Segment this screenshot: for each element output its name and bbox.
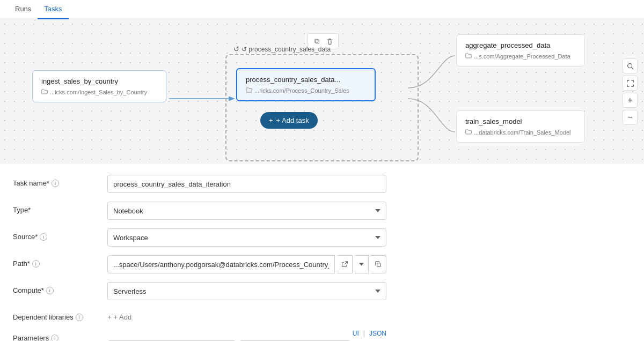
canvas: ⧉ ↺ ↺ process_country_sales_data process… <box>0 19 644 164</box>
parameters-row: Parameters i UI | JSON {} ✕ <box>13 330 631 341</box>
params-separator: | <box>363 330 365 337</box>
type-row: Type* Notebook <box>13 202 631 220</box>
task-name-input[interactable] <box>107 175 386 193</box>
type-label: Type* <box>13 202 99 214</box>
train-node[interactable]: train_sales_model ...databricks.com/Trai… <box>456 110 585 143</box>
process-container-label: ↺ ↺ process_country_sales_data <box>233 45 331 53</box>
add-library-button[interactable]: + + Add <box>107 309 386 321</box>
path-info-icon[interactable]: i <box>32 260 40 268</box>
params-ui-link[interactable]: UI <box>353 330 359 337</box>
path-input-row <box>107 255 386 273</box>
add-task-button[interactable]: + + Add task <box>260 112 318 129</box>
svg-rect-3 <box>377 263 381 267</box>
plus-icon-lib: + <box>107 313 112 321</box>
ingest-node[interactable]: ingest_sales_by_country ...icks.com/Inge… <box>32 70 166 102</box>
task-name-row: Task name* i <box>13 175 631 193</box>
tab-runs[interactable]: Runs <box>9 0 38 19</box>
compute-info-icon[interactable]: i <box>46 287 54 294</box>
svg-line-2 <box>631 67 633 69</box>
task-name-info-icon[interactable]: i <box>52 180 59 187</box>
compute-select[interactable]: Serverless <box>107 282 386 300</box>
compute-label: Compute* i <box>13 282 99 294</box>
path-external-link-button[interactable] <box>337 255 353 273</box>
process-node-path: ...ricks.com/Process_Country_Sales <box>246 87 366 94</box>
tab-tasks[interactable]: Tasks <box>38 0 68 19</box>
folder-icon <box>246 87 252 94</box>
folder-icon-train <box>465 129 472 136</box>
fit-view-button[interactable] <box>623 76 638 91</box>
folder-icon-ingest <box>41 88 48 95</box>
task-name-label: Task name* i <box>13 175 99 187</box>
source-select[interactable]: Workspace <box>107 228 386 247</box>
canvas-controls: + − <box>623 58 638 125</box>
path-copy-button[interactable] <box>371 255 386 273</box>
ingest-node-path: ...icks.com/Ingest_Sales_by_Country <box>41 88 157 95</box>
process-dashed-container: process_country_sales_data... ...ricks.c… <box>225 54 419 161</box>
task-name-control <box>107 175 386 193</box>
search-control-button[interactable] <box>623 58 638 73</box>
params-header: UI | JSON <box>107 330 386 337</box>
params-json-link[interactable]: JSON <box>369 330 386 337</box>
svg-point-1 <box>627 63 632 68</box>
zoom-out-button[interactable]: − <box>623 110 638 125</box>
process-node-title: process_country_sales_data... <box>246 76 366 84</box>
plus-icon: + <box>269 116 273 124</box>
source-row: Source* i Workspace <box>13 228 631 247</box>
parameters-label: Parameters i <box>13 330 99 341</box>
compute-row: Compute* i Serverless <box>13 282 631 300</box>
path-control <box>107 255 386 273</box>
source-info-icon[interactable]: i <box>40 233 47 241</box>
process-node[interactable]: process_country_sales_data... ...ricks.c… <box>236 68 376 101</box>
parameters-control: UI | JSON {} ✕ <box>107 330 386 341</box>
dependent-libraries-info-icon[interactable]: i <box>76 314 83 321</box>
path-row: Path* i <box>13 255 631 273</box>
ingest-node-title: ingest_sales_by_country <box>41 77 157 85</box>
type-select[interactable]: Notebook <box>107 202 386 220</box>
source-control: Workspace <box>107 228 386 247</box>
aggregate-node[interactable]: aggregate_processed_data ...s.com/Aggreg… <box>456 34 585 66</box>
train-node-title: train_sales_model <box>465 117 576 125</box>
folder-icon-aggregate <box>465 53 472 60</box>
compute-control: Serverless <box>107 282 386 300</box>
form-area: Task name* i Type* Notebook Source* i Wo… <box>0 164 644 341</box>
dependent-libraries-label: Dependent libraries i <box>13 309 99 321</box>
aggregate-node-title: aggregate_processed_data <box>465 41 576 49</box>
dependent-libraries-row: Dependent libraries i + + Add <box>13 309 631 321</box>
type-control: Notebook <box>107 202 386 220</box>
parameters-info-icon[interactable]: i <box>51 335 58 342</box>
top-nav: Runs Tasks <box>0 0 644 19</box>
train-node-path: ...databricks.com/Train_Sales_Model <box>465 129 576 136</box>
path-dropdown-button[interactable] <box>355 255 369 273</box>
zoom-in-button[interactable]: + <box>623 93 638 108</box>
path-label: Path* i <box>13 255 99 268</box>
dependent-libraries-control: + + Add <box>107 309 386 321</box>
aggregate-node-path: ...s.com/Aggregate_Processed_Data <box>465 53 576 60</box>
source-label: Source* i <box>13 228 99 241</box>
path-input[interactable] <box>107 255 335 273</box>
